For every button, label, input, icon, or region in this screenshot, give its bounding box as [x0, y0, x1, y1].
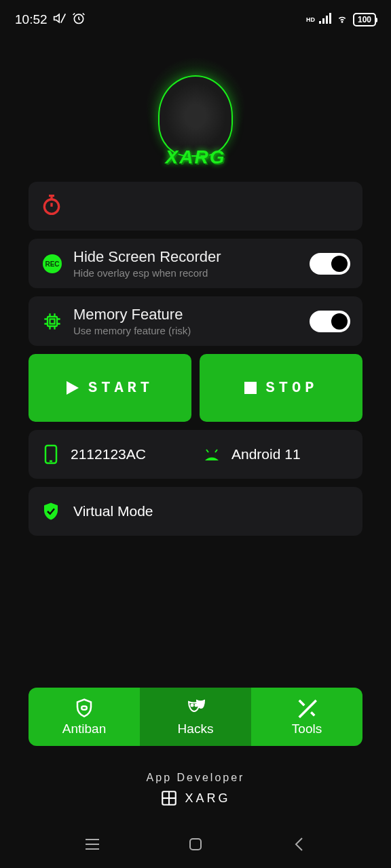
system-nav-bar	[0, 821, 391, 868]
feature-subtitle: Hide overlay esp when record	[73, 267, 300, 279]
device-model: 2112123AC	[71, 446, 146, 462]
mode-card: Virtual Mode	[29, 487, 362, 536]
svg-rect-2	[319, 21, 321, 24]
mode-text: Virtual Mode	[73, 503, 153, 519]
shield-link-icon	[74, 697, 94, 719]
svg-line-18	[215, 450, 217, 452]
footer-title: App Developer	[0, 772, 391, 784]
svg-rect-27	[190, 839, 201, 850]
nav-recents[interactable]	[79, 831, 106, 858]
svg-point-16	[215, 456, 217, 458]
shield-check-icon	[41, 500, 61, 522]
feature-title: Hide Screen Recorder	[73, 248, 300, 266]
svg-rect-4	[326, 16, 328, 24]
svg-point-6	[341, 22, 342, 22]
start-button[interactable]: START	[29, 354, 191, 422]
stop-icon	[244, 382, 257, 394]
svg-rect-10	[48, 317, 57, 326]
status-left: 10:52	[15, 12, 86, 28]
memory-toggle[interactable]	[310, 311, 350, 332]
svg-line-17	[206, 450, 208, 452]
svg-rect-5	[329, 13, 331, 24]
status-right: HD 100	[306, 12, 376, 27]
svg-line-0	[60, 14, 65, 22]
mute-icon	[53, 12, 67, 28]
app-footer: App Developer XARG	[0, 772, 391, 807]
svg-rect-11	[50, 319, 55, 323]
nav-back[interactable]	[285, 831, 312, 858]
clock-text: 10:52	[15, 12, 48, 27]
tab-hacks[interactable]: Hacks	[140, 688, 251, 746]
feature-subtitle: Use memory feature (risk)	[73, 325, 300, 336]
svg-rect-3	[322, 18, 324, 24]
svg-point-19	[191, 705, 193, 707]
bottom-tabs: Antiban Hacks Tools	[29, 688, 362, 746]
tab-antiban[interactable]: Antiban	[29, 688, 140, 746]
footer-brand: XARG	[0, 789, 391, 807]
logo-text: XARG	[166, 146, 226, 168]
wifi-icon	[335, 12, 349, 27]
status-bar: 10:52 HD 100	[0, 0, 391, 33]
android-icon	[202, 448, 222, 460]
stop-button[interactable]: STOP	[200, 354, 362, 422]
svg-rect-12	[244, 382, 257, 394]
grid-icon	[160, 789, 178, 807]
masks-icon	[185, 697, 206, 719]
hide-recorder-card: REC Hide Screen Recorder Hide overlay es…	[29, 239, 362, 288]
app-logo: XARG	[0, 33, 391, 182]
phone-icon	[41, 444, 61, 465]
rec-icon: REC	[41, 252, 64, 275]
tools-icon	[297, 697, 317, 719]
battery-icon: 100	[353, 13, 376, 26]
svg-point-15	[208, 456, 210, 458]
svg-point-7	[44, 199, 58, 214]
play-icon	[67, 381, 79, 395]
timer-card	[29, 182, 362, 231]
feature-title: Memory Feature	[73, 306, 300, 323]
tab-tools[interactable]: Tools	[251, 688, 362, 746]
hide-recorder-toggle[interactable]	[310, 253, 350, 275]
os-version: Android 11	[231, 446, 301, 462]
nav-home[interactable]	[182, 831, 209, 858]
stopwatch-icon	[41, 194, 62, 218]
signal-icon	[319, 12, 331, 27]
alarm-icon	[72, 12, 86, 28]
memory-feature-card: Memory Feature Use memory feature (risk)	[29, 296, 362, 346]
device-info-card: 2112123AC Android 11	[29, 430, 362, 479]
cpu-icon	[41, 310, 64, 333]
svg-text:REC: REC	[45, 260, 59, 268]
hd-indicator: HD	[306, 16, 315, 23]
